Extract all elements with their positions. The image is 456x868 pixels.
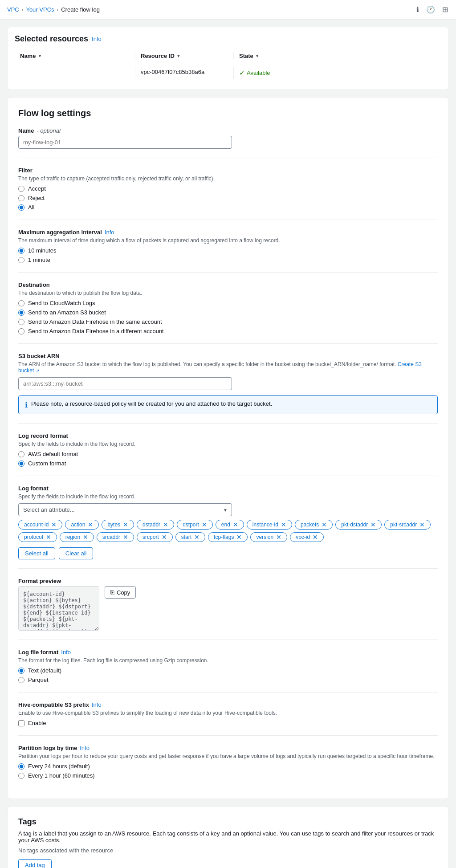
dest-s3[interactable]: Send to an Amazon S3 bucket	[18, 309, 438, 316]
breadcrumb-vpc[interactable]: VPC	[7, 6, 19, 13]
log-format-aws-default[interactable]: AWS default format	[18, 451, 438, 457]
tag-remove-protocol[interactable]: ✕	[45, 534, 52, 540]
hive-compat-info-link[interactable]: Info	[92, 701, 102, 708]
settings-icon-btn[interactable]: ⊞	[441, 4, 449, 15]
agg-1min[interactable]: 1 minute	[18, 257, 438, 263]
tag-pill-pkt-dstaddr: pkt-dstaddr✕	[335, 520, 382, 530]
tag-pill-start: start✕	[175, 532, 205, 542]
log-file-format-info-link[interactable]: Info	[61, 649, 71, 656]
tags-no-tags: No tags associated with the resource	[18, 847, 438, 854]
table-header: Name ▼ Resource ID ▼ State ▼	[15, 49, 441, 63]
tag-label: packets	[301, 522, 319, 528]
log-file-text-radio[interactable]	[18, 668, 24, 674]
agg-10min-radio[interactable]	[18, 248, 24, 254]
divider-s3arn-logrecord	[18, 423, 438, 424]
log-format-label: Log format	[18, 485, 438, 492]
tag-pill-srcport: srcport✕	[137, 532, 173, 542]
hive-enable-checkbox[interactable]	[18, 720, 24, 726]
selected-resources-info-link[interactable]: Info	[92, 36, 102, 42]
tag-container: account-id✕action✕bytes✕dstaddr✕dstport✕…	[18, 520, 438, 542]
s3-arn-input[interactable]	[18, 377, 232, 390]
tag-remove-end[interactable]: ✕	[232, 522, 239, 528]
dest-firehose-same[interactable]: Send to Amazon Data Firehose in the same…	[18, 318, 438, 325]
tag-remove-pkt-dstaddr[interactable]: ✕	[370, 522, 377, 528]
log-format-select[interactable]: Select an attribute...	[18, 503, 232, 516]
dest-firehose-diff[interactable]: Send to Amazon Data Firehose in a differ…	[18, 328, 438, 334]
partition-1h[interactable]: Every 1 hour (60 minutes)	[18, 772, 438, 779]
partition-radio-group: Every 24 hours (default) Every 1 hour (6…	[18, 763, 438, 779]
log-file-parquet-radio[interactable]	[18, 677, 24, 683]
partition-24h-radio[interactable]	[18, 763, 24, 770]
log-format-aws-radio[interactable]	[18, 451, 24, 457]
agg-10min[interactable]: 10 minutes	[18, 247, 438, 254]
format-preview-text[interactable]	[18, 586, 99, 631]
dest-firehose-diff-radio[interactable]	[18, 328, 24, 334]
dest-s3-radio[interactable]	[18, 310, 24, 316]
hive-enable-checkbox-label[interactable]: Enable	[18, 720, 438, 726]
tag-label: action	[71, 522, 85, 528]
tag-remove-srcaddr[interactable]: ✕	[122, 534, 129, 540]
log-file-parquet[interactable]: Parquet	[18, 676, 438, 683]
row-state: ✓ Available	[234, 67, 441, 79]
tag-remove-dstport[interactable]: ✕	[201, 522, 208, 528]
filter-reject-radio[interactable]	[18, 195, 24, 201]
partition-logs-info-link[interactable]: Info	[80, 745, 90, 751]
hive-compat-group: Hive-compatible S3 prefix Info Enable to…	[18, 701, 438, 726]
history-icon-btn[interactable]: 🕐	[425, 4, 436, 15]
tags-title: Tags	[18, 817, 438, 827]
log-format-custom[interactable]: Custom format	[18, 460, 438, 467]
log-file-text[interactable]: Text (default)	[18, 667, 438, 674]
partition-24h[interactable]: Every 24 hours (default)	[18, 763, 438, 770]
tag-remove-pkt-srcaddr[interactable]: ✕	[419, 522, 426, 528]
copy-button[interactable]: ⎘ Copy	[105, 586, 136, 599]
max-agg-label: Maximum aggregation interval Info	[18, 229, 438, 236]
filter-all-radio[interactable]	[18, 204, 24, 211]
filter-accept-radio[interactable]	[18, 186, 24, 192]
select-all-button[interactable]: Select all	[18, 547, 55, 559]
tag-remove-account-id[interactable]: ✕	[50, 522, 57, 528]
dest-firehose-same-radio[interactable]	[18, 319, 24, 325]
filter-reject[interactable]: Reject	[18, 195, 438, 201]
log-format-custom-radio[interactable]	[18, 460, 24, 467]
filter-accept[interactable]: Accept	[18, 185, 438, 192]
clear-all-button[interactable]: Clear all	[59, 547, 94, 559]
tag-remove-dstaddr[interactable]: ✕	[162, 522, 169, 528]
tag-remove-region[interactable]: ✕	[82, 534, 89, 540]
info-icon-btn[interactable]: ℹ	[415, 4, 420, 15]
tag-remove-action[interactable]: ✕	[87, 522, 94, 528]
tag-remove-version[interactable]: ✕	[275, 534, 282, 540]
name-input[interactable]	[18, 136, 232, 149]
tag-pill-bytes: bytes✕	[102, 520, 134, 530]
tags-card: Tags A tag is a label that you assign to…	[7, 806, 449, 868]
tag-remove-start[interactable]: ✕	[193, 534, 200, 540]
tag-remove-bytes[interactable]: ✕	[122, 522, 129, 528]
tag-label: version	[256, 534, 273, 540]
tag-pill-end: end✕	[216, 520, 244, 530]
max-agg-info-link[interactable]: Info	[105, 229, 114, 236]
tag-label: protocol	[24, 534, 43, 540]
hive-compat-label: Hive-compatible S3 prefix Info	[18, 701, 438, 708]
tag-pill-action: action✕	[65, 520, 99, 530]
log-file-format-group: Log file format Info The format for the …	[18, 649, 438, 683]
partition-1h-radio[interactable]	[18, 773, 24, 779]
tag-label: start	[181, 534, 191, 540]
tag-label: tcp-flags	[214, 534, 234, 540]
col-name: Name ▼	[15, 53, 135, 59]
dest-cloudwatch-radio[interactable]	[18, 300, 24, 306]
breadcrumb-current: Create flow log	[61, 6, 100, 13]
filter-all[interactable]: All	[18, 204, 438, 211]
partition-logs-desc: Partition your logs per hour to reduce y…	[18, 753, 438, 759]
add-tag-button[interactable]: Add tag	[18, 859, 52, 868]
tag-remove-instance-id[interactable]: ✕	[280, 522, 287, 528]
dest-cloudwatch[interactable]: Send to CloudWatch Logs	[18, 300, 438, 306]
agg-1min-radio[interactable]	[18, 257, 24, 263]
tag-remove-packets[interactable]: ✕	[321, 522, 328, 528]
partition-logs-label: Partition logs by time Info	[18, 745, 438, 751]
tag-pill-instance-id: instance-id✕	[247, 520, 292, 530]
tag-pill-account-id: account-id✕	[18, 520, 62, 530]
tag-label: srcaddr	[102, 534, 120, 540]
tag-remove-vpc-id[interactable]: ✕	[312, 534, 319, 540]
breadcrumb-your-vpcs[interactable]: Your VPCs	[26, 6, 54, 13]
tag-remove-tcp-flags[interactable]: ✕	[236, 534, 243, 540]
tag-remove-srcport[interactable]: ✕	[161, 534, 168, 540]
